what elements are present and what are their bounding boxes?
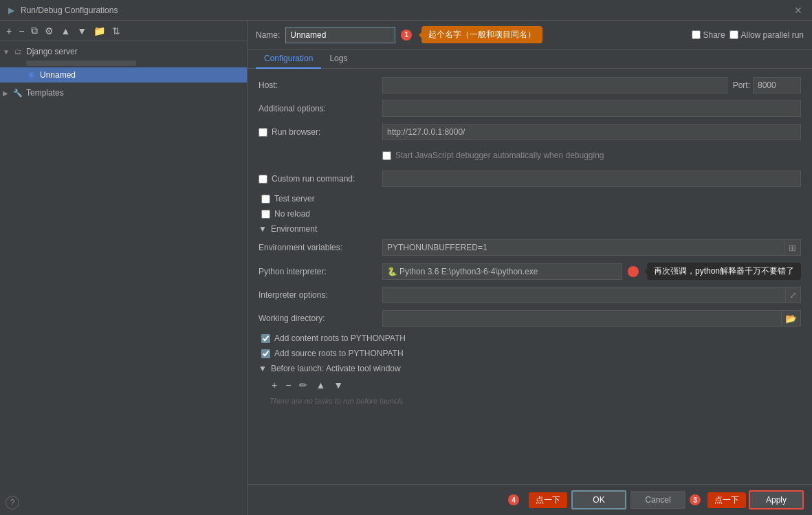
host-row: Host: Port: <box>259 77 801 94</box>
add-source-roots-row: Add source roots to PYTHONPATH <box>259 349 801 358</box>
test-server-row: Test server <box>259 194 801 204</box>
add-config-button[interactable]: + <box>4 25 14 37</box>
apply-button[interactable]: Apply <box>749 490 804 509</box>
js-debugger-label[interactable]: Start JavaScript debugger automatically … <box>382 151 604 160</box>
share-checkbox[interactable] <box>692 30 701 39</box>
template-icon: 🔧 <box>12 87 23 98</box>
move-up-button[interactable]: ▲ <box>58 25 72 37</box>
working-directory-browse-button[interactable]: 📂 <box>782 310 801 327</box>
share-area: Share Allow parallel run <box>692 30 804 40</box>
parallel-checkbox-label[interactable]: Allow parallel run <box>729 30 804 40</box>
python-interpreter-value[interactable]: 🐍 Python 3.6 E:\python3-6-4\python.exe <box>382 263 622 280</box>
window-icon: ▶ <box>6 5 17 16</box>
env-vars-edit-button[interactable]: ⊞ <box>784 239 801 256</box>
add-source-roots-checkbox[interactable] <box>261 349 270 358</box>
before-launch-remove-button[interactable]: − <box>283 379 293 391</box>
badge-4: 4 <box>508 494 519 505</box>
move-down-button[interactable]: ▼ <box>75 25 89 37</box>
add-content-roots-row: Add content roots to PYTHONPATH <box>259 333 801 343</box>
templates-group[interactable]: ▶ 🔧 Templates <box>0 85 247 100</box>
before-launch-up-button[interactable]: ▲ <box>314 379 327 391</box>
sort-button[interactable]: ⇅ <box>110 25 122 37</box>
before-launch-arrow: ▼ <box>259 364 267 373</box>
no-reload-checkbox[interactable] <box>261 210 270 219</box>
before-launch-toolbar: + − ✏ ▲ ▼ <box>259 379 801 391</box>
before-launch-down-button[interactable]: ▼ <box>331 379 345 391</box>
before-launch-header[interactable]: ▼ Before launch: Activate tool window <box>259 364 801 373</box>
bottom-bar: 4 点一下 OK Cancel 3 点一下 Apply <box>248 484 812 515</box>
group-icon: 🗂 <box>12 46 23 57</box>
js-debugger-row: Start JavaScript debugger automatically … <box>259 147 801 164</box>
add-content-roots-label[interactable]: Add content roots to PYTHONPATH <box>274 333 406 343</box>
cancel-button[interactable]: Cancel <box>630 491 685 509</box>
custom-run-input[interactable] <box>382 171 801 187</box>
port-label: Port: <box>733 80 750 90</box>
no-tasks-label: There are no tasks to run before launch. <box>259 397 801 405</box>
add-source-roots-label[interactable]: Add source roots to PYTHONPATH <box>274 349 404 358</box>
tab-logs[interactable]: Logs <box>321 50 355 69</box>
add-content-roots-checkbox[interactable] <box>261 334 270 343</box>
run-browser-checkbox[interactable] <box>259 128 267 137</box>
js-debugger-checkbox[interactable] <box>382 151 391 160</box>
title-bar: ▶ Run/Debug Configurations ✕ <box>0 0 812 21</box>
before-launch-section: ▼ Before launch: Activate tool window + … <box>259 364 801 405</box>
interpreter-options-input[interactable] <box>382 287 786 303</box>
port-input[interactable] <box>753 77 801 94</box>
badge-1: 1 <box>401 30 412 41</box>
blurred-item <box>0 61 247 66</box>
environment-label: Environment <box>271 224 317 234</box>
test-server-checkbox[interactable] <box>261 195 270 204</box>
copy-config-button[interactable]: ⧉ <box>29 24 40 37</box>
left-panel: + − ⧉ ⚙ ▲ ▼ 📁 ⇅ ▼ 🗂 Django server ④ <box>0 21 248 515</box>
custom-run-checkbox-label[interactable]: Custom run command: <box>259 174 382 184</box>
custom-run-label: Custom run command: <box>272 174 355 184</box>
host-input[interactable] <box>382 77 727 94</box>
tabs-bar: Configuration Logs <box>248 50 812 69</box>
interpreter-options-label: Interpreter options: <box>259 290 382 300</box>
run-browser-checkbox-label[interactable]: Run browser: <box>259 127 382 137</box>
working-directory-row: Working directory: 📂 <box>259 310 801 327</box>
badge-2 <box>628 266 639 277</box>
name-label: Name: <box>256 30 280 40</box>
click-annotation-3: 点一下 <box>707 492 746 508</box>
name-input[interactable] <box>285 27 395 43</box>
unnamed-tree-item[interactable]: ④ Unnamed <box>0 67 247 83</box>
additional-options-row: Additional options: <box>259 100 801 117</box>
env-vars-label: Environment variables: <box>259 243 382 252</box>
test-server-label[interactable]: Test server <box>274 194 315 204</box>
settings-button[interactable]: ⚙ <box>43 25 56 37</box>
expand-arrow: ▼ <box>3 48 12 56</box>
ok-button[interactable]: OK <box>571 490 626 509</box>
env-vars-input[interactable] <box>382 239 784 256</box>
additional-options-input[interactable] <box>382 100 801 117</box>
interpreter-options-expand-button[interactable]: ⤢ <box>786 287 801 303</box>
remove-config-button[interactable]: − <box>17 25 26 37</box>
help-button[interactable]: ? <box>6 496 19 509</box>
working-directory-label: Working directory: <box>259 314 382 323</box>
apply-area: 3 点一下 Apply <box>690 490 804 509</box>
close-button[interactable]: ✕ <box>790 3 806 17</box>
before-launch-add-button[interactable]: + <box>270 379 279 391</box>
additional-options-label: Additional options: <box>259 104 382 113</box>
tooltip-1: 起个名字（一般和项目同名） <box>421 26 542 43</box>
tab-configuration[interactable]: Configuration <box>256 50 321 69</box>
tooltip-2: 再次强调，python解释器千万不要错了 <box>647 263 801 280</box>
working-directory-input[interactable] <box>382 310 782 327</box>
environment-section-header[interactable]: ▼ Environment <box>259 224 801 234</box>
run-browser-input[interactable] <box>382 124 801 140</box>
main-layout: + − ⧉ ⚙ ▲ ▼ 📁 ⇅ ▼ 🗂 Django server ④ <box>0 21 812 515</box>
expand-arrow-templates: ▶ <box>3 89 12 97</box>
no-reload-label[interactable]: No reload <box>274 209 310 219</box>
working-directory-input-area: 📂 <box>382 310 801 327</box>
parallel-checkbox[interactable] <box>729 30 738 39</box>
host-label: Host: <box>259 80 382 90</box>
before-launch-edit-button[interactable]: ✏ <box>297 379 309 391</box>
share-checkbox-label[interactable]: Share <box>692 30 725 40</box>
click-annotation-4: 点一下 <box>529 492 567 508</box>
custom-run-checkbox[interactable] <box>259 175 267 184</box>
python-icon: 🐍 <box>387 267 397 276</box>
folder-button[interactable]: 📁 <box>91 25 107 37</box>
env-vars-row: Environment variables: ⊞ <box>259 239 801 256</box>
bottom-bar-left: 4 点一下 <box>508 492 567 508</box>
django-server-group[interactable]: ▼ 🗂 Django server <box>0 44 247 59</box>
